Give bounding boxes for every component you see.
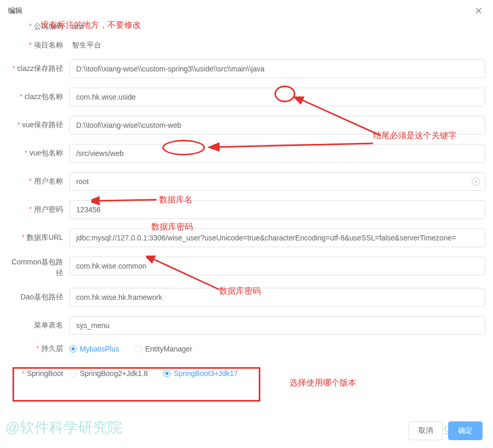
radio-springboot2[interactable]: SpringBoog2+Jdk1.8 (69, 369, 148, 378)
modal-title: 编辑 (8, 6, 22, 16)
label-common-pkg: Common基包路径 (8, 257, 69, 279)
radio-label: SpringBoog2+Jdk1.8 (80, 369, 148, 378)
value-project-name: 智生平台 (69, 41, 101, 50)
input-menu-table[interactable] (69, 316, 485, 335)
label-company-code: 公司编码 (8, 22, 69, 31)
label-clazz-path: clazz保存路径 (8, 64, 69, 74)
row-dao-pkg: Dao基包路径 (8, 288, 485, 307)
input-dao-pkg[interactable] (69, 288, 485, 307)
row-persistence: 持久层 MybatisPlus EntityManager (8, 344, 485, 354)
label-dao-pkg: Dao基包路径 (8, 293, 69, 302)
row-clazz-path: clazz保存路径 (8, 59, 485, 78)
label-username: 用户名称 (8, 177, 69, 186)
cancel-button[interactable]: 取消 (408, 421, 443, 440)
radio-icon (163, 370, 171, 377)
row-vue-pkg: vue包名称 (8, 144, 485, 163)
radio-group-persistence: MybatisPlus EntityManager (69, 345, 193, 353)
close-icon[interactable]: ✕ (475, 5, 483, 17)
modal-header: 编辑 ✕ (0, 0, 493, 22)
label-menu-table: 菜单表名 (8, 321, 69, 330)
clear-icon[interactable]: ✕ (472, 177, 480, 186)
watermark-main: @软件科学研究院 (5, 418, 122, 438)
row-common-pkg: Common基包路径 (8, 257, 485, 279)
confirm-button[interactable]: 确定 (448, 421, 483, 440)
row-db-url: 数据库URL (8, 228, 485, 247)
label-vue-path: vue保存路径 (8, 120, 69, 130)
row-project-name: 项目名称 智生平台 (8, 41, 485, 50)
radio-icon (69, 345, 77, 353)
input-vue-path[interactable] (69, 116, 485, 135)
label-clazz-pkg: clazz包名称 (8, 92, 69, 102)
input-common-pkg[interactable] (69, 257, 485, 275)
radio-group-springboot: SpringBoog2+Jdk1.8 SpringBoot3+Jdk17 (69, 369, 238, 378)
label-persistence: 持久层 (8, 344, 69, 354)
footer: 取消 确定 (408, 421, 483, 440)
radio-mybatisplus[interactable]: MybatisPlus (69, 345, 119, 353)
radio-label: SpringBoot3+Jdk17 (174, 369, 238, 378)
row-company-code: 公司编码 test (8, 22, 485, 31)
input-clazz-pkg[interactable] (69, 88, 485, 106)
radio-label: EntityManager (145, 345, 192, 353)
input-username[interactable] (69, 172, 485, 191)
radio-springboot3[interactable]: SpringBoot3+Jdk17 (163, 369, 238, 378)
label-springboot: SpringBoot (8, 369, 69, 378)
row-vue-path: vue保存路径 (8, 116, 485, 135)
row-password: 用户密码 (8, 200, 485, 219)
radio-icon (69, 370, 77, 377)
annotation-version: 选择使用哪个版本 (290, 378, 356, 389)
radio-entitymanager[interactable]: EntityManager (135, 345, 192, 353)
row-clazz-pkg: clazz包名称 (8, 88, 485, 106)
label-password: 用户密码 (8, 205, 69, 214)
input-password[interactable] (69, 200, 485, 219)
value-company-code: test (69, 22, 84, 31)
label-project-name: 项目名称 (8, 41, 69, 50)
form-container: 公司编码 test 项目名称 智生平台 clazz保存路径 clazz包名称 v… (0, 22, 493, 378)
input-clazz-path[interactable] (69, 59, 485, 78)
radio-label: MybatisPlus (80, 345, 119, 353)
radio-icon (135, 345, 142, 353)
label-db-url: 数据库URL (8, 233, 69, 243)
input-vue-pkg[interactable] (69, 144, 485, 163)
label-vue-pkg: vue包名称 (8, 149, 69, 158)
row-springboot: SpringBoot SpringBoog2+Jdk1.8 SpringBoot… (8, 369, 485, 378)
input-db-url[interactable] (69, 228, 485, 247)
row-username: 用户名称 ✕ (8, 172, 485, 191)
row-menu-table: 菜单表名 (8, 316, 485, 335)
